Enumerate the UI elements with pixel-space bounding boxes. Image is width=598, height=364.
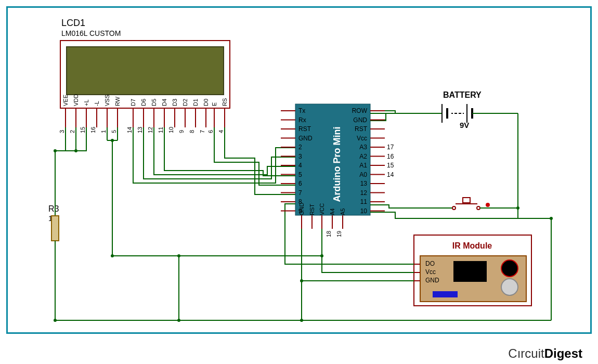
svg-rect-13 [433, 291, 458, 297]
svg-point-19 [477, 206, 480, 210]
svg-point-135 [516, 206, 519, 210]
resistor-body [51, 216, 59, 241]
mcu-left-GND: GND [298, 135, 313, 142]
svg-text:14: 14 [126, 127, 133, 133]
lcd-pin-legs [66, 108, 225, 127]
svg-text:VSS: VSS [104, 95, 110, 106]
ir-pin-gnd: GND [425, 277, 439, 284]
mcu-left-RST: RST [298, 125, 311, 133]
svg-text:RW: RW [114, 96, 121, 106]
mcu-left-4: 4 [298, 162, 302, 169]
svg-point-76 [111, 254, 114, 257]
svg-text:11: 11 [360, 198, 368, 205]
svg-point-12 [501, 279, 518, 295]
svg-text:A4: A4 [329, 209, 335, 215]
svg-text:A2: A2 [359, 153, 367, 160]
svg-point-82 [550, 217, 553, 220]
svg-text:6: 6 [207, 130, 214, 133]
svg-text:D5: D5 [151, 99, 157, 106]
svg-text:D1: D1 [192, 99, 199, 106]
mcu-left-3: 3 [298, 153, 302, 160]
push-button [437, 198, 518, 210]
svg-text:13: 13 [360, 180, 368, 187]
svg-text:9: 9 [178, 130, 185, 133]
svg-point-79 [300, 279, 303, 282]
svg-text:VCC: VCC [319, 203, 325, 215]
svg-text:12: 12 [360, 189, 368, 197]
mcu-left-6: 6 [298, 180, 302, 187]
arduino-title: Arduino Pro Mini [332, 127, 342, 202]
svg-text:+L: +L [83, 99, 89, 106]
svg-text:VDD: VDD [73, 94, 79, 106]
mcu-left-Rx: Rx [298, 116, 306, 124]
svg-text:5: 5 [111, 130, 117, 133]
svg-rect-10 [453, 261, 487, 282]
svg-text:GND: GND [298, 203, 305, 216]
svg-point-81 [54, 319, 57, 322]
mcu-left-5: 5 [298, 171, 302, 178]
svg-text:-L: -L [94, 101, 100, 106]
svg-text:Vcc: Vcc [357, 135, 367, 142]
logo: CırcuitDigest [508, 346, 582, 361]
svg-point-78 [177, 319, 180, 322]
svg-text:GND: GND [353, 116, 367, 124]
svg-text:A5: A5 [340, 209, 346, 215]
svg-point-80 [300, 319, 303, 322]
svg-point-73 [74, 149, 77, 152]
svg-text:17: 17 [387, 144, 394, 151]
svg-text:8: 8 [189, 130, 195, 133]
mcu-left-7: 7 [298, 189, 302, 197]
svg-rect-21 [463, 198, 470, 203]
svg-point-72 [111, 139, 114, 142]
svg-text:A3: A3 [359, 144, 367, 151]
ir-title: IR Module [452, 241, 492, 250]
svg-point-74 [54, 149, 57, 152]
svg-point-22 [486, 203, 490, 207]
svg-text:18: 18 [326, 231, 332, 237]
svg-text:D0: D0 [203, 99, 209, 106]
svg-point-77 [177, 254, 180, 257]
ir-pin-vcc: Vcc [425, 268, 436, 276]
ir-pin-do: DO [425, 260, 435, 267]
svg-text:4: 4 [218, 130, 224, 133]
svg-text:11: 11 [158, 127, 164, 133]
mcu-left-2: 2 [298, 144, 302, 151]
svg-text:14: 14 [387, 171, 394, 178]
svg-text:12: 12 [147, 127, 153, 133]
svg-text:7: 7 [199, 130, 205, 133]
svg-text:VEE: VEE [62, 95, 69, 106]
svg-text:2: 2 [69, 130, 75, 133]
svg-text:D3: D3 [172, 99, 178, 106]
svg-text:16: 16 [387, 153, 394, 160]
svg-text:19: 19 [336, 231, 342, 237]
svg-text:RST: RST [355, 125, 368, 133]
lcd-screen [67, 47, 224, 95]
svg-text:1: 1 [100, 130, 107, 133]
svg-text:RS: RS [222, 98, 228, 106]
svg-text:D4: D4 [161, 99, 167, 106]
svg-text:D7: D7 [130, 99, 136, 106]
svg-text:ROW: ROW [352, 107, 368, 114]
svg-point-18 [452, 206, 456, 210]
svg-text:A1: A1 [359, 162, 367, 169]
svg-text:RST: RST [309, 204, 315, 215]
svg-text:10: 10 [360, 207, 368, 215]
svg-point-75 [320, 254, 323, 257]
logo-a: Cırcuit [508, 346, 544, 360]
svg-text:D6: D6 [140, 99, 147, 106]
svg-text:D2: D2 [182, 99, 188, 106]
svg-text:13: 13 [137, 127, 143, 133]
mcu-left-Tx: Tx [298, 107, 305, 114]
svg-text:15: 15 [387, 162, 394, 169]
svg-text:E: E [211, 102, 217, 106]
svg-text:16: 16 [90, 127, 96, 133]
schematic-svg: .wire-g { stroke:#006000; stroke-width:2… [0, 0, 598, 364]
svg-text:A0: A0 [359, 171, 367, 178]
svg-text:15: 15 [80, 127, 86, 133]
logo-b: Digest [544, 346, 582, 360]
svg-text:3: 3 [59, 130, 65, 133]
svg-text:10: 10 [168, 127, 174, 133]
svg-point-11 [501, 260, 518, 277]
